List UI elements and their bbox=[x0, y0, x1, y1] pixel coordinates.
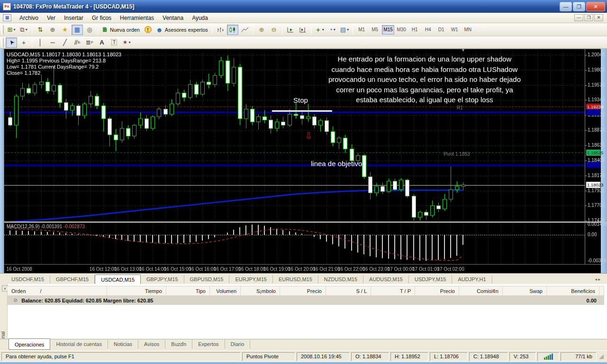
line-studies-toolbar: ➤ ＋ │ ─ ╱ ⫻E ≣F A T ✶▾ bbox=[0, 36, 607, 49]
chart-tab-audusdm15[interactable]: AUDUSD,M15 bbox=[363, 275, 409, 284]
sell-entry-arrow-icon[interactable]: ⇩ bbox=[305, 130, 313, 142]
chart-annotation-note[interactable]: He entrado por la formacion de una long … bbox=[319, 54, 530, 105]
text-label-button[interactable]: T bbox=[109, 37, 120, 48]
column-header-tipo[interactable]: Tipo bbox=[166, 286, 210, 295]
chart-shift-button[interactable] bbox=[297, 25, 308, 35]
menu-item-archivo[interactable]: Archivo bbox=[15, 13, 43, 23]
equidistant-channel-button[interactable]: ⫻E bbox=[72, 37, 83, 48]
period-button-h1[interactable]: H1 bbox=[408, 25, 421, 35]
pane-separator[interactable] bbox=[4, 222, 601, 223]
profiles-button[interactable]: ⧉▾ bbox=[18, 25, 29, 35]
minimize-button[interactable]: — bbox=[560, 2, 572, 11]
zoom-in-button[interactable]: ⊕ bbox=[256, 25, 267, 35]
menu-item-ver[interactable]: Ver bbox=[43, 13, 60, 23]
column-header-volumen[interactable]: Volumen bbox=[210, 286, 241, 295]
new-order-icon: 🗎 bbox=[102, 26, 108, 33]
period-button-mn[interactable]: MN bbox=[462, 25, 474, 35]
period-button-w1[interactable]: W1 bbox=[448, 25, 461, 35]
period-button-m30[interactable]: M30 bbox=[395, 25, 408, 35]
chart-tab-eurusdm15[interactable]: EURUSD,M15 bbox=[273, 275, 318, 284]
terminal-tab-diario[interactable]: Diario bbox=[225, 339, 251, 349]
chart-tab-eurjpym15[interactable]: EURJPY,M15 bbox=[229, 275, 272, 284]
toolbar-grip[interactable] bbox=[1, 25, 4, 35]
mdi-close-button[interactable]: ✕ bbox=[594, 14, 603, 21]
bar-chart-icon bbox=[217, 27, 224, 33]
new-order-button[interactable]: 🗎 Nueva orden bbox=[100, 25, 141, 35]
column-header-precio[interactable]: Precio bbox=[280, 286, 326, 295]
cursor-tool-button[interactable]: ➤ bbox=[6, 37, 17, 48]
column-header-comisin[interactable]: Comisi¢n bbox=[459, 286, 503, 295]
chart-tab-usdjpym15[interactable]: USDJPY,M15 bbox=[409, 275, 452, 284]
navigator-button[interactable]: ★ bbox=[59, 25, 71, 35]
periods-button[interactable]: ◔▾ bbox=[326, 25, 338, 35]
expert-advisors-button[interactable]: ☻ Asesores expertos bbox=[154, 25, 209, 35]
terminal-button[interactable]: ▦ bbox=[72, 25, 83, 35]
period-button-d1[interactable]: D1 bbox=[435, 25, 447, 35]
crosshair-tool-button[interactable]: ＋ bbox=[18, 37, 29, 48]
period-button-m1[interactable]: M1 bbox=[355, 25, 368, 35]
price-tick-label: 1.19340 bbox=[588, 97, 605, 102]
period-button-m15[interactable]: M15 bbox=[382, 25, 394, 35]
new-chart-button[interactable]: ⊞▾ bbox=[6, 25, 17, 35]
title-bar[interactable]: Fx 104708: FxPro MetaTrader 4 - [USDCAD,… bbox=[0, 0, 607, 13]
column-header-tiempo[interactable]: Tiempo bbox=[107, 286, 166, 295]
terminal-tab-operaciones[interactable]: Operaciones bbox=[9, 338, 50, 350]
menu-item-ayuda[interactable]: Ayuda bbox=[188, 13, 212, 23]
chart-tab-usdchfm15[interactable]: USDCHF,M15 bbox=[6, 275, 50, 284]
menu-item-herramientas[interactable]: Herramientas bbox=[116, 13, 158, 23]
column-header-orden[interactable]: Orden/ bbox=[8, 286, 107, 295]
period-button-h4[interactable]: H4 bbox=[422, 25, 434, 35]
vertical-line-button[interactable]: │ bbox=[35, 37, 46, 48]
alerts-button[interactable]: ! bbox=[142, 25, 154, 35]
column-header-beneficios[interactable]: Beneficios bbox=[547, 286, 599, 295]
auto-scroll-button[interactable] bbox=[285, 25, 296, 35]
chart-tab-nzdusdm15[interactable]: NZDUSD,M15 bbox=[318, 275, 363, 284]
bar-chart-button[interactable] bbox=[215, 25, 226, 35]
horizontal-line-button[interactable]: ─ bbox=[47, 37, 58, 48]
objective-text-label[interactable]: linea de objetivo bbox=[311, 160, 362, 168]
column-header-sl[interactable]: S / L bbox=[326, 286, 371, 295]
arrows-tool-button[interactable]: ✶▾ bbox=[121, 37, 132, 48]
restore-button[interactable]: ❐ bbox=[573, 2, 585, 11]
menu-item-insertar[interactable]: Insertar bbox=[60, 13, 88, 23]
chart-tab-audjpyh1[interactable]: AUDJPY,H1 bbox=[452, 275, 492, 284]
balance-row[interactable]: ⊘ Balance: 620.85 Equidad: 620.85 Margen… bbox=[8, 296, 604, 305]
terminal-tab-noticias[interactable]: Noticias bbox=[108, 339, 138, 349]
trendline-button[interactable]: ╱ bbox=[59, 37, 71, 48]
period-button-m5[interactable]: M5 bbox=[369, 25, 381, 35]
tab-scroll-arrows-icon[interactable]: ◂ ▸ bbox=[595, 277, 600, 284]
strategy-tester-button[interactable]: ◎ bbox=[84, 25, 95, 35]
close-button[interactable]: ✕ bbox=[586, 2, 605, 11]
candlestick-chart-button[interactable] bbox=[227, 25, 238, 35]
column-header-precio[interactable]: Precio bbox=[415, 286, 459, 295]
stop-text-label[interactable]: Stop bbox=[293, 96, 308, 104]
chart-tab-gbpusdm15[interactable]: GBPUSD,M15 bbox=[184, 275, 230, 284]
market-watch-button[interactable]: ⇅ bbox=[35, 25, 46, 35]
column-header-swap[interactable]: Swap bbox=[503, 286, 547, 295]
mdi-minimize-button[interactable]: — bbox=[574, 14, 583, 21]
data-window-button[interactable]: ⊕ bbox=[47, 25, 58, 35]
zoom-out-button[interactable]: ⊖ bbox=[268, 25, 280, 35]
chart-tab-usdcadm15[interactable]: USDCAD,M15 bbox=[95, 275, 141, 284]
column-header-smbolo[interactable]: S¡mbolo bbox=[241, 286, 280, 295]
fibonacci-button[interactable]: ≣F bbox=[84, 37, 95, 48]
line-chart-button[interactable] bbox=[239, 25, 251, 35]
menu-item-ventana[interactable]: Ventana bbox=[158, 13, 188, 23]
indicators-button[interactable]: ＋▾ bbox=[314, 25, 326, 35]
column-header-tp[interactable]: T / P bbox=[371, 286, 415, 295]
terminal-tab-expertos[interactable]: Expertos bbox=[192, 339, 225, 349]
text-tool-button[interactable]: A bbox=[96, 37, 108, 48]
chart-tab-gbpchfm15[interactable]: GBPCHF,M15 bbox=[50, 275, 95, 284]
resize-grip-icon[interactable]: ◢ bbox=[599, 353, 606, 360]
mdi-restore-button[interactable]: ❐ bbox=[584, 14, 593, 21]
expert-advisors-label: Asesores expertos bbox=[165, 27, 208, 33]
toolbar-grip[interactable] bbox=[1, 38, 4, 47]
terminal-tab-avisos[interactable]: Avisos bbox=[138, 339, 165, 349]
annotation-line: He entrado por la formacion de una long … bbox=[319, 54, 530, 64]
menu-item-grficos[interactable]: Gr ficos bbox=[88, 13, 116, 23]
chart-tab-gbpjpym15[interactable]: GBPJPY,M15 bbox=[141, 275, 184, 284]
terminal-tab-buzn[interactable]: Buzďn bbox=[165, 339, 192, 349]
templates-button[interactable]: ▤▾ bbox=[339, 25, 350, 35]
terminal-tab-historialdecuentas[interactable]: Historial de cuentas bbox=[50, 339, 108, 349]
chevron-down-icon: ▾ bbox=[13, 27, 15, 32]
